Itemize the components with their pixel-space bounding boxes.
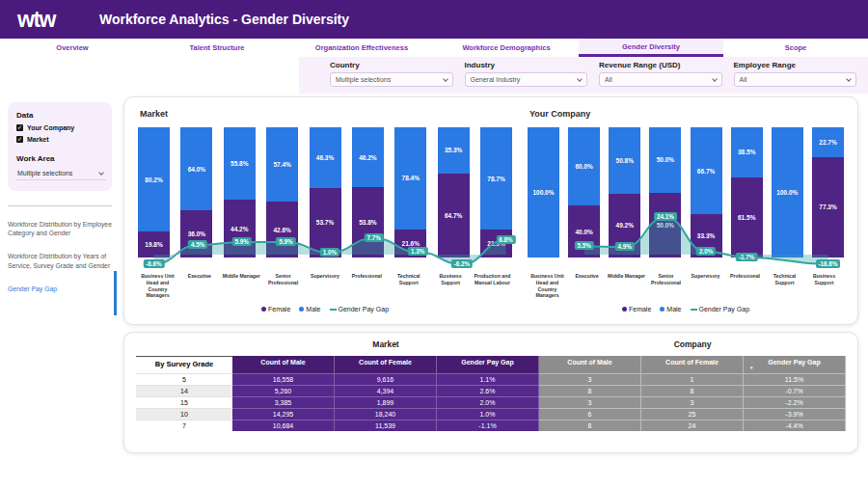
survey-grade-cell[interactable]: 7 <box>136 420 232 431</box>
checkbox-your-company[interactable]: ✓Your Company <box>16 124 106 131</box>
bar-executive[interactable]: 60.0%40.0% <box>568 127 600 258</box>
industry-dropdown[interactable]: General Industry <box>465 72 588 87</box>
female-segment[interactable]: 53.8% <box>352 187 384 258</box>
sidebar-item-workforce-distribution-by-years-of-servi[interactable]: Workforce Distribution by Years of Servi… <box>8 252 112 269</box>
tab-scope[interactable]: Scope <box>723 39 868 57</box>
tab-talent-structure[interactable]: Talent Structure <box>145 39 289 57</box>
male-segment[interactable]: 100.0% <box>528 127 559 258</box>
checkbox-market[interactable]: ✓Market <box>16 136 106 143</box>
female-segment[interactable]: 42.6% <box>266 202 298 258</box>
company-cell[interactable]: 25 <box>641 408 744 420</box>
bar-business-unit-head-and-country-managers[interactable]: 80.2%19.8% <box>138 127 170 258</box>
country-value: Multiple selections <box>336 76 391 83</box>
market-count-of-male-header[interactable]: Count of Male <box>232 356 335 373</box>
market-cell[interactable]: 5,260 <box>232 385 335 396</box>
market-cell[interactable]: 3,385 <box>232 396 335 408</box>
company-cell[interactable]: -3.9% <box>744 408 846 420</box>
male-segment[interactable]: 50.8% <box>609 127 640 194</box>
sort-descending-icon[interactable]: ▼ <box>749 366 843 370</box>
employee-range-dropdown[interactable]: All <box>734 72 857 87</box>
company-cell[interactable]: 11.5% <box>744 373 846 385</box>
bar-technical-support[interactable]: 100.0% <box>772 127 803 258</box>
market-cell[interactable]: 11,539 <box>335 420 437 431</box>
market-cell[interactable]: 18,240 <box>335 408 437 420</box>
market-cell[interactable]: 1,899 <box>335 396 437 408</box>
market-count-of-female-header[interactable]: Count of Female <box>335 356 437 373</box>
company-cell[interactable]: 3 <box>539 396 641 408</box>
market-cell[interactable]: 2.6% <box>437 385 539 396</box>
company-count-of-male-header[interactable]: Count of Male <box>539 356 641 373</box>
male-segment[interactable]: 78.7% <box>480 127 512 230</box>
male-segment[interactable]: 22.7% <box>812 127 844 157</box>
tab-gender-diversity[interactable]: Gender Diversity <box>579 39 723 57</box>
sidebar-item-workforce-distribution-by-employee-categ[interactable]: Workforce Distribution by Employee Categ… <box>8 220 112 237</box>
market-cell[interactable]: 2.0% <box>437 396 539 408</box>
industry-label: Industry <box>465 61 588 69</box>
company-cell[interactable]: 1 <box>641 373 744 385</box>
bar-supervisory[interactable]: 66.7%33.3% <box>691 127 722 258</box>
market-cell[interactable]: 16,558 <box>232 373 335 385</box>
company-cell[interactable]: 3 <box>641 396 744 408</box>
country-dropdown[interactable]: Multiple selections <box>330 72 453 87</box>
male-segment[interactable]: 46.2% <box>352 127 384 187</box>
market-cell[interactable]: -1.1% <box>437 420 539 431</box>
company-cell[interactable]: 24 <box>641 420 744 431</box>
male-segment[interactable]: 57.4% <box>266 127 298 202</box>
female-segment[interactable]: 19.8% <box>138 231 170 258</box>
bar-senior-professional[interactable]: 50.0%50.0% <box>649 127 681 258</box>
male-segment[interactable]: 46.3% <box>310 127 341 188</box>
tab-organization-effectiveness[interactable]: Organization Effectiveness <box>289 39 434 57</box>
male-segment[interactable]: 64.0% <box>180 127 212 210</box>
market-gender-pay-gap-header[interactable]: Gender Pay Gap <box>437 356 539 373</box>
bar-middle-manager[interactable]: 50.8%49.2% <box>609 127 640 258</box>
your-company-legend: Female Male Gender Pay Gap <box>528 306 844 312</box>
female-segment[interactable]: 64.7% <box>438 174 470 258</box>
work-area-dropdown[interactable]: Multiple selections <box>16 168 106 180</box>
female-segment[interactable]: 50.0% <box>649 193 681 258</box>
market-cell[interactable]: 4,394 <box>335 385 437 396</box>
tab-overview[interactable]: Overview <box>0 39 145 57</box>
female-segment[interactable]: 44.2% <box>224 200 256 258</box>
bar-professional[interactable]: 38.5%61.5% <box>731 127 763 258</box>
survey-grade-cell[interactable]: 10 <box>136 408 232 420</box>
sidebar-item-gender-pay-gap[interactable]: Gender Pay Gap <box>8 285 112 293</box>
female-segment[interactable]: 36.0% <box>180 210 212 258</box>
company-cell[interactable]: 6 <box>539 408 641 420</box>
bar-technical-support[interactable]: 78.4%21.6% <box>394 127 426 258</box>
market-cell[interactable]: 1.0% <box>437 408 539 420</box>
male-segment[interactable]: 100.0% <box>772 127 803 258</box>
market-cell[interactable]: 9,616 <box>335 373 437 385</box>
male-segment[interactable]: 50.0% <box>649 127 681 193</box>
company-cell[interactable]: -4.4% <box>744 420 846 431</box>
survey-grade-cell[interactable]: 5 <box>136 373 232 385</box>
company-cell[interactable]: 8 <box>641 385 744 396</box>
bar-business-unit-head-and-country-managers[interactable]: 100.0% <box>528 127 559 258</box>
male-segment[interactable]: 78.4% <box>394 127 426 230</box>
company-cell[interactable]: 8 <box>539 420 641 431</box>
male-segment[interactable]: 38.5% <box>731 127 763 177</box>
male-segment[interactable]: 66.7% <box>691 127 722 214</box>
market-cell[interactable]: 1.1% <box>437 373 539 385</box>
company-count-of-female-header[interactable]: Count of Female <box>641 356 744 373</box>
market-cell[interactable]: 14,295 <box>232 408 335 420</box>
female-segment[interactable]: 61.5% <box>731 177 763 258</box>
company-cell[interactable]: 8 <box>539 385 641 396</box>
company-cell[interactable]: -2.2% <box>744 396 846 408</box>
male-segment[interactable]: 55.8% <box>224 127 256 200</box>
survey-grade-cell[interactable]: 15 <box>136 396 232 408</box>
bar-business-support[interactable]: 22.7%77.3% <box>812 127 844 258</box>
revenue-range-usd-dropdown[interactable]: All <box>599 72 722 87</box>
male-segment[interactable]: 80.2% <box>138 127 170 231</box>
bar-executive[interactable]: 64.0%36.0% <box>180 127 212 258</box>
survey-grade-cell[interactable]: 14 <box>136 385 232 396</box>
female-segment[interactable]: 77.3% <box>812 157 844 258</box>
market-cell[interactable]: 10,684 <box>232 420 335 431</box>
company-gender-pay-gap-header[interactable]: Gender Pay Gap▼ <box>744 356 846 373</box>
bar-supervisory[interactable]: 46.3%53.7% <box>310 127 341 258</box>
company-cell[interactable]: -0.7% <box>744 385 846 396</box>
bar-business-support[interactable]: 35.3%64.7% <box>438 127 470 258</box>
male-segment[interactable]: 35.3% <box>438 127 470 174</box>
company-cell[interactable]: 3 <box>539 373 641 385</box>
male-segment[interactable]: 60.0% <box>568 127 600 205</box>
tab-workforce-demographics[interactable]: Workforce Demographics <box>434 39 579 57</box>
